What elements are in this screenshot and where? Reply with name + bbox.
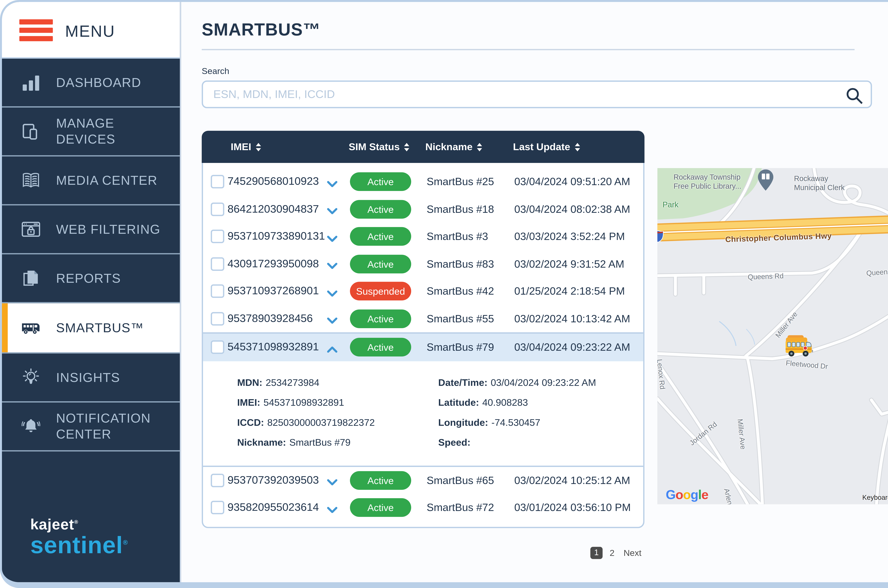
table-row-expanded[interactable]: 545371098932891 Active SmartBus #79 03/0… xyxy=(203,332,643,361)
sidebar-item-web-filtering[interactable]: WEB FILTERING xyxy=(2,206,180,255)
status-badge: Active xyxy=(350,255,411,273)
row-checkbox[interactable] xyxy=(211,230,224,243)
table-row[interactable]: 95378903928456 Active SmartBus #55 03/02… xyxy=(203,305,643,332)
sidebar-item-label: MEDIA CENTER xyxy=(56,172,158,189)
chevron-down-icon[interactable] xyxy=(327,178,338,185)
nickname-value: SmartBus #79 xyxy=(427,341,494,353)
chevron-down-icon[interactable] xyxy=(327,477,338,484)
status-badge: Suspended xyxy=(350,282,411,301)
sidebar-item-insights[interactable]: INSIGHTS xyxy=(2,354,180,402)
poi-library-label: Rockaway TownshipFree Public Library... xyxy=(673,173,741,190)
pagination-next[interactable]: Next xyxy=(624,548,642,558)
table-row[interactable]: 864212030904837 Active SmartBus #18 03/0… xyxy=(203,195,643,223)
last-update-value: 03/04/2024 08:02:38 AM xyxy=(514,203,630,215)
status-badge: Active xyxy=(350,338,411,357)
map-canvas xyxy=(657,168,888,504)
device-table: IMEI SIM Status Nickname Last Update 745… xyxy=(202,131,645,528)
sidebar-item-label: NOTIFICATION CENTER xyxy=(56,410,162,442)
chevron-down-icon[interactable] xyxy=(327,206,338,213)
row-checkbox[interactable] xyxy=(211,474,224,487)
column-header-last-update[interactable]: Last Update xyxy=(513,131,580,163)
chevron-down-icon[interactable] xyxy=(327,315,338,322)
nickname-value: SmartBus #83 xyxy=(427,258,494,270)
logo-kajeet-text: kajeet xyxy=(30,516,74,532)
sidebar-item-label: REPORTS xyxy=(56,270,121,286)
keyboard-shortcuts-link[interactable]: Keyboard shortcuts xyxy=(862,494,888,501)
pagination-page-2[interactable]: 2 xyxy=(610,548,615,558)
library-pin-icon[interactable] xyxy=(758,170,774,191)
pagination: 1 2 Next xyxy=(590,547,642,559)
column-header-sim-status[interactable]: SIM Status xyxy=(349,131,409,163)
chevron-down-icon[interactable] xyxy=(327,288,338,295)
sidebar-item-label: DASHBOARD xyxy=(56,74,141,90)
interstate-shield-icon xyxy=(657,230,664,243)
status-badge: Active xyxy=(350,471,411,490)
chevron-down-icon[interactable] xyxy=(327,504,338,511)
detail-nickname: Nickname:SmartBus #79 xyxy=(237,436,350,447)
column-header-imei[interactable]: IMEI xyxy=(231,131,261,163)
table-body: 745290568010923 Active SmartBus #25 03/0… xyxy=(202,163,645,528)
school-bus-marker[interactable] xyxy=(784,334,813,359)
logo-sentinel-text: sentinel xyxy=(30,532,123,558)
nickname-value: SmartBus #65 xyxy=(427,474,494,486)
nickname-value: SmartBus #3 xyxy=(427,230,488,243)
sidebar-item-reports[interactable]: REPORTS xyxy=(2,254,180,303)
sidebar-item-media-center[interactable]: MEDIA CENTER xyxy=(2,156,180,206)
imei-value: 745290568010923 xyxy=(227,176,319,188)
table-row[interactable]: 935820955023614 Active SmartBus #72 03/0… xyxy=(203,494,643,521)
status-badge: Active xyxy=(350,200,411,219)
table-row[interactable]: 430917293950098 Active SmartBus #83 03/0… xyxy=(203,250,643,278)
search-input[interactable] xyxy=(202,81,872,108)
detail-mdn: MDN:2534273984 xyxy=(237,376,319,387)
sidebar-item-smartbus[interactable]: SMARTBUS™ xyxy=(2,303,180,354)
google-logo[interactable]: Google xyxy=(666,488,708,502)
imei-value: 95378903928456 xyxy=(227,312,313,325)
sidebar-nav: DASHBOARD MANAGE DEVICES MEDIA CE xyxy=(2,58,180,452)
menu-label: MENU xyxy=(65,22,115,40)
row-checkbox[interactable] xyxy=(211,312,224,326)
row-checkbox[interactable] xyxy=(211,175,224,189)
google-map[interactable]: Rockaway TownshipFree Public Library... … xyxy=(657,168,888,504)
chevron-down-icon[interactable] xyxy=(327,260,338,267)
sidebar-item-label: INSIGHTS xyxy=(56,369,120,386)
devices-icon xyxy=(20,120,42,142)
imei-value: 953707392039503 xyxy=(227,474,319,487)
pagination-page-1[interactable]: 1 xyxy=(590,547,603,559)
search-label: Search xyxy=(202,66,229,76)
table-row[interactable]: 953710937268901 Suspended SmartBus #42 0… xyxy=(203,278,643,305)
row-checkbox[interactable] xyxy=(211,202,224,216)
device-detail-panel: MDN:2534273984 IMEI:545371098932891 ICCD… xyxy=(203,361,643,466)
row-checkbox[interactable] xyxy=(211,285,224,298)
menu-header[interactable]: MENU xyxy=(2,2,180,58)
sidebar-item-notification-center[interactable]: NOTIFICATION CENTER xyxy=(2,402,180,452)
open-book-icon xyxy=(20,170,42,191)
table-row[interactable]: 953707392039503 Active SmartBus #65 03/0… xyxy=(203,466,643,494)
registered-mark: ® xyxy=(74,519,78,525)
row-checkbox[interactable] xyxy=(211,501,224,514)
table-row[interactable]: 9537109733890131 Active SmartBus #3 03/0… xyxy=(203,223,643,250)
sidebar-item-dashboard[interactable]: DASHBOARD xyxy=(2,58,180,108)
last-update-value: 01/25/2024 2:18:54 PM xyxy=(514,285,625,297)
hamburger-menu-icon[interactable] xyxy=(20,20,53,45)
kajeet-sentinel-logo: kajeet® sentinel® xyxy=(30,516,128,559)
imei-value: 545371098932891 xyxy=(227,341,319,354)
last-update-value: 03/04/2024 09:23:22 AM xyxy=(514,341,630,353)
sidebar: DASHBOARD MANAGE DEVICES MEDIA CE xyxy=(2,2,181,582)
chevron-up-icon[interactable] xyxy=(327,344,338,351)
nickname-value: SmartBus #25 xyxy=(427,176,494,188)
chevron-down-icon[interactable] xyxy=(327,233,338,240)
imei-value: 935820955023614 xyxy=(227,501,319,514)
status-badge: Active xyxy=(350,309,411,328)
imei-value: 9537109733890131 xyxy=(227,230,325,243)
bus-icon xyxy=(20,317,42,339)
row-checkbox[interactable] xyxy=(211,340,224,354)
row-checkbox[interactable] xyxy=(211,257,224,271)
table-row[interactable]: 745290568010923 Active SmartBus #25 03/0… xyxy=(203,168,643,195)
search-icon[interactable] xyxy=(845,86,864,103)
sidebar-item-manage-devices[interactable]: MANAGE DEVICES xyxy=(2,108,180,156)
column-header-nickname[interactable]: Nickname xyxy=(425,131,482,163)
nickname-value: SmartBus #18 xyxy=(427,203,494,215)
sidebar-item-label: WEB FILTERING xyxy=(56,221,160,237)
last-update-value: 03/03/2024 3:52:24 PM xyxy=(514,230,625,243)
imei-value: 430917293950098 xyxy=(227,258,319,270)
